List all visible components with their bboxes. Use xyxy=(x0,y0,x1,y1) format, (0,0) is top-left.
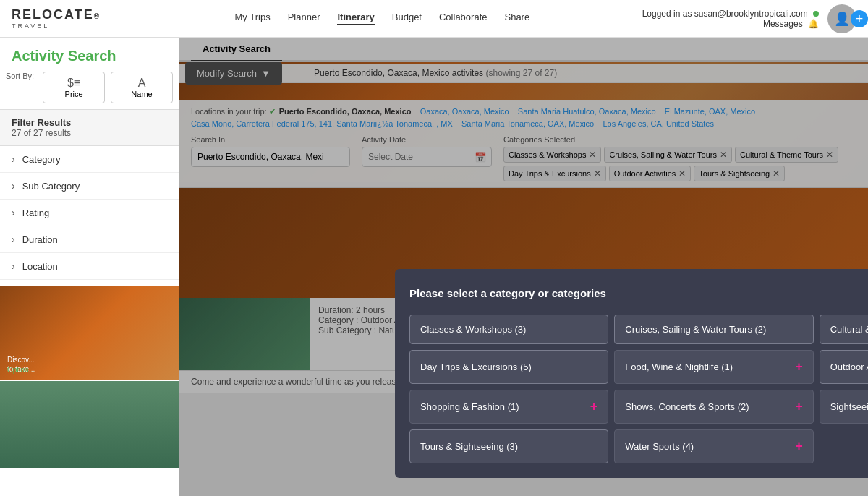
add-category-icon: + xyxy=(795,399,803,414)
content-area: Activity Search Modify Search ▼ Puerto E… xyxy=(179,38,868,496)
nav-my-trips[interactable]: My Trips xyxy=(235,12,271,25)
sort-controls: Sort By: $≡ Price A Name xyxy=(0,72,179,109)
main-layout: Activity Search Sort By: $≡ Price A Name… xyxy=(0,38,868,496)
chevron-right-icon: › xyxy=(12,180,15,192)
chevron-right-icon: › xyxy=(12,207,15,218)
page-title: Activity Search xyxy=(0,38,179,72)
cat-item-tours-sightseeing[interactable]: Tours & Sightseeing (3) xyxy=(409,429,608,463)
add-category-icon: + xyxy=(590,399,598,414)
avatar-icon: 👤 xyxy=(834,11,850,27)
trademark-icon: ® xyxy=(94,12,99,20)
sort-price-label: Price xyxy=(65,90,83,98)
chevron-right-icon: › xyxy=(12,260,15,272)
cat-item-classes-workshops[interactable]: Classes & Workshops (3) xyxy=(409,315,608,344)
user-info: Logged in as susan@brooklyntropicali.com… xyxy=(642,9,819,29)
modal-title: Please select a category or categories xyxy=(409,287,606,299)
category-grid: Classes & Workshops (3) Cruises, Sailing… xyxy=(409,315,868,463)
logo: RELOCATE ® TRAVEL xyxy=(12,7,99,30)
messages-label[interactable]: Messages 🔔 xyxy=(763,19,819,29)
nav-budget[interactable]: Budget xyxy=(392,12,422,25)
filter-title: Filter Results xyxy=(12,117,167,128)
header: RELOCATE ® TRAVEL My Trips Planner Itine… xyxy=(0,0,868,38)
online-status-icon xyxy=(813,11,819,17)
main-nav: My Trips Planner Itinerary Budget Collab… xyxy=(122,12,642,25)
sidebar-item-rating[interactable]: › Rating xyxy=(0,200,179,226)
nav-collaborate[interactable]: Collaborate xyxy=(439,12,488,25)
bell-icon: 🔔 xyxy=(808,19,819,29)
cat-item-shows[interactable]: Shows, Concerts & Sports (2) + xyxy=(614,390,813,424)
nav-planner[interactable]: Planner xyxy=(288,12,320,25)
cat-item-day-trips[interactable]: Day Trips & Excursions (5) xyxy=(409,350,608,384)
add-category-icon: + xyxy=(795,359,803,375)
nav-share[interactable]: Share xyxy=(504,12,529,25)
cat-item-sightseeing-tickets[interactable]: Sightseeing Tickets & Passes (1) + xyxy=(820,390,868,424)
logo-sub: TRAVEL xyxy=(12,22,99,30)
category-modal: Please select a category or categories C… xyxy=(395,269,868,478)
chevron-right-icon: › xyxy=(12,153,15,165)
cat-item-shopping[interactable]: Shopping & Fashion (1) + xyxy=(409,390,608,424)
sort-name-button[interactable]: A Name xyxy=(111,72,173,103)
logo-text: RELOCATE xyxy=(12,7,94,22)
sub-category-label: Sub Category xyxy=(22,181,80,192)
user-email: Logged in as susan@brooklyntropicali.com xyxy=(642,9,819,19)
duration-label: Duration xyxy=(22,234,58,245)
filter-count: 27 of 27 results xyxy=(12,128,167,138)
sidebar-item-category[interactable]: › Category xyxy=(0,146,179,173)
chevron-right-icon: › xyxy=(12,234,15,245)
modal-header: Please select a category or categories C… xyxy=(409,283,868,303)
add-button[interactable]: + xyxy=(851,10,868,27)
cat-item-cultural[interactable]: Cultural & Theme Tours (12) xyxy=(820,315,868,344)
sort-by-label: Sort By: xyxy=(6,72,34,103)
sidebar: Activity Search Sort By: $≡ Price A Name… xyxy=(0,38,179,496)
sidebar-item-duration[interactable]: › Duration xyxy=(0,226,179,253)
category-label: Category xyxy=(22,154,61,165)
cat-item-food-wine[interactable]: Food, Wine & Nightlife (1) + xyxy=(614,350,813,384)
rating-label: Rating xyxy=(22,208,50,218)
filter-header: Filter Results 27 of 27 results xyxy=(0,109,179,146)
sidebar-item-location[interactable]: › Location xyxy=(0,253,179,280)
modal-overlay[interactable]: Please select a category or categories C… xyxy=(179,38,868,496)
cat-item-cruises[interactable]: Cruises, Sailing & Water Tours (2) xyxy=(614,315,813,344)
add-category-icon: + xyxy=(795,439,803,454)
price-icon: $≡ xyxy=(67,77,80,90)
sort-name-label: Name xyxy=(131,90,152,98)
nav-itinerary[interactable]: Itinerary xyxy=(337,12,374,25)
cat-item-outdoor[interactable]: Outdoor Activities (5) xyxy=(820,350,868,384)
sidebar-item-sub-category[interactable]: › Sub Category xyxy=(0,173,179,200)
location-label: Location xyxy=(22,261,58,272)
cat-item-water-sports[interactable]: Water Sports (4) + xyxy=(614,429,813,463)
name-icon: A xyxy=(138,77,146,90)
sort-price-button[interactable]: $≡ Price xyxy=(43,72,105,103)
